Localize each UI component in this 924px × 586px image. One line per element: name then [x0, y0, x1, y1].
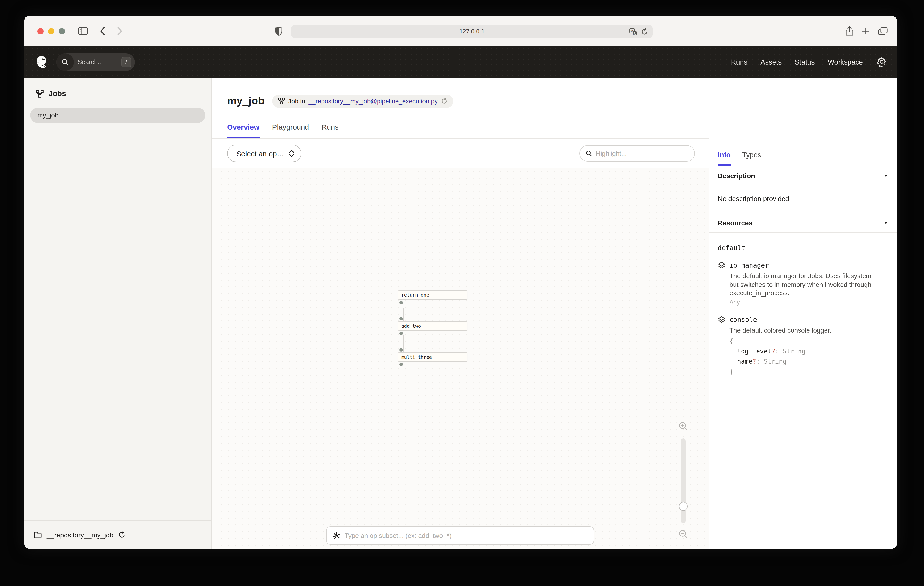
sidebar-item-my-job[interactable]: my_job: [30, 108, 205, 123]
repository-name: __repository__my_job: [46, 531, 114, 539]
badge-reload-icon[interactable]: [441, 98, 447, 104]
browser-window: 127.0.0.1 Aあ: [24, 16, 897, 549]
op-output-handle: [399, 301, 403, 305]
repository-file-link[interactable]: __repository__my_job@pipeline_execution.…: [309, 97, 437, 104]
new-tab-icon[interactable]: [860, 16, 871, 46]
graph-edge: [403, 335, 404, 353]
graph-toolbar: Select an op…: [211, 139, 708, 168]
dagster-logo[interactable]: [35, 55, 49, 69]
dagster-header: Search... / Runs Assets Status Workspace: [24, 46, 897, 78]
jobs-sidebar: Jobs my_job __repository__my_job: [24, 78, 211, 549]
op-subset-input[interactable]: [345, 532, 588, 539]
info-panel: Info Types Description ▼ No description …: [708, 78, 897, 549]
search-icon: [586, 150, 592, 157]
badge-prefix: Job in: [288, 97, 305, 104]
minimize-window-button[interactable]: [48, 28, 54, 35]
job-graph-icon: [36, 90, 44, 98]
panel-tab-info[interactable]: Info: [718, 151, 731, 166]
repository-footer[interactable]: __repository__my_job: [24, 520, 211, 549]
nav-runs[interactable]: Runs: [731, 58, 747, 66]
layers-icon: [718, 316, 726, 323]
screenshot-stage: 127.0.0.1 Aあ: [0, 0, 924, 586]
resource-type: Any: [729, 299, 888, 306]
reload-icon[interactable]: [641, 28, 648, 35]
settings-gear-icon[interactable]: [877, 57, 886, 66]
job-icon: [278, 98, 285, 104]
search-placeholder: Search...: [78, 58, 121, 66]
resource-description: The default io manager for Jobs. Uses fi…: [729, 272, 875, 297]
description-section-header[interactable]: Description ▼: [709, 166, 897, 185]
schema-open-brace: {: [729, 336, 888, 346]
resources-title: Resources: [718, 219, 752, 227]
zoom-out-icon[interactable]: [679, 530, 688, 538]
reload-repository-icon[interactable]: [119, 531, 125, 538]
resource-name: io_manager: [729, 261, 769, 269]
description-title: Description: [718, 172, 755, 179]
resource-io-manager: io_manager The default io manager for Jo…: [718, 261, 888, 306]
tab-playground[interactable]: Playground: [272, 123, 309, 138]
chevron-down-icon: ▼: [884, 173, 888, 178]
resource-name: console: [729, 315, 757, 323]
tab-overview[interactable]: Overview: [227, 123, 259, 138]
op-input-handle: [399, 317, 403, 320]
highlight-input[interactable]: [596, 150, 689, 157]
browser-sidebar-toggle-icon[interactable]: [77, 16, 89, 46]
panel-tabs: Info Types: [709, 78, 897, 166]
translate-icon[interactable]: Aあ: [629, 28, 637, 35]
op-selector-icon: [332, 531, 340, 540]
sidebar-header: Jobs: [24, 78, 211, 105]
close-window-button[interactable]: [37, 28, 44, 35]
page-title: my_job: [227, 95, 264, 107]
highlight-search[interactable]: [579, 145, 695, 162]
zoom-slider-handle[interactable]: [679, 502, 688, 511]
share-icon[interactable]: [843, 16, 855, 46]
url-text: 127.0.0.1: [459, 28, 485, 35]
nav-assets[interactable]: Assets: [761, 58, 782, 66]
schema-field-name: name?: String: [729, 356, 888, 367]
privacy-shield-icon[interactable]: [273, 16, 284, 46]
schema-close-brace: }: [729, 367, 888, 377]
main-content: my_job Job in __repository__my_job@pipel…: [211, 78, 708, 549]
resource-console: console The default colored console logg…: [718, 315, 888, 377]
op-input-handle: [399, 348, 403, 351]
app-body: Jobs my_job __repository__my_job my_job …: [24, 78, 897, 549]
select-op-label: Select an op…: [236, 149, 284, 157]
browser-back-button[interactable]: [97, 16, 108, 46]
config-schema: { log_level?: String name?: String }: [729, 336, 888, 377]
zoom-window-button[interactable]: [59, 28, 65, 35]
select-op-dropdown[interactable]: Select an op…: [227, 145, 302, 162]
browser-chrome: 127.0.0.1 Aあ: [24, 16, 897, 46]
window-controls[interactable]: [37, 28, 65, 35]
svg-text:あ: あ: [633, 31, 637, 35]
layers-icon: [718, 262, 726, 268]
browser-forward-button[interactable]: [114, 16, 125, 46]
graph-edge: [403, 308, 404, 321]
chevron-updown-icon: [289, 149, 294, 157]
sidebar-title: Jobs: [48, 89, 66, 98]
resources-body: default io_manager The default io manage…: [709, 233, 897, 377]
search-icon: [56, 53, 74, 71]
zoom-in-icon[interactable]: [679, 422, 688, 430]
op-node-return-one[interactable]: return_one: [398, 290, 467, 300]
search-shortcut-key: /: [121, 56, 131, 67]
chevron-down-icon: ▼: [884, 220, 888, 225]
nav-status[interactable]: Status: [795, 58, 815, 66]
resources-section-header[interactable]: Resources ▼: [709, 213, 897, 233]
resource-description: The default colored console logger.: [729, 326, 875, 334]
op-node-multi-three[interactable]: multi_three: [398, 353, 467, 362]
op-subset-bar[interactable]: [326, 526, 594, 545]
address-bar[interactable]: 127.0.0.1 Aあ: [291, 25, 653, 38]
folder-icon: [34, 531, 42, 538]
op-node-add-two[interactable]: add_two: [398, 321, 467, 331]
op-output-handle: [399, 363, 403, 366]
schema-field-log-level: log_level?: String: [729, 346, 888, 356]
panel-tab-types[interactable]: Types: [742, 151, 761, 166]
tab-runs[interactable]: Runs: [322, 123, 338, 138]
top-navigation: Runs Assets Status Workspace: [731, 57, 886, 66]
op-output-handle: [399, 332, 403, 335]
tab-overview-icon[interactable]: [876, 16, 889, 46]
op-graph-canvas[interactable]: return_one add_two multi_three: [211, 168, 708, 549]
job-tabs: Overview Playground Runs: [211, 114, 708, 139]
nav-workspace[interactable]: Workspace: [828, 58, 863, 66]
global-search[interactable]: Search... /: [56, 53, 135, 71]
